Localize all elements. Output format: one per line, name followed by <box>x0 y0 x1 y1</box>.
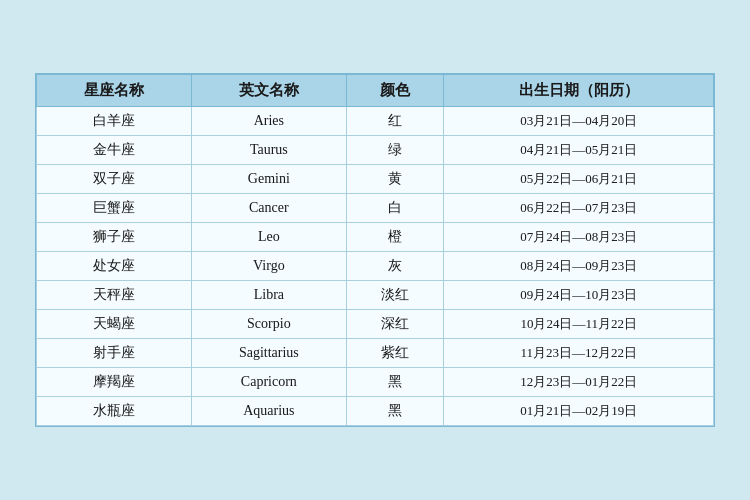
cell-color: 黑 <box>346 368 444 397</box>
cell-chinese-name: 水瓶座 <box>37 397 192 426</box>
cell-english-name: Scorpio <box>191 310 346 339</box>
table-row: 摩羯座Capricorn黑12月23日—01月22日 <box>37 368 714 397</box>
table-row: 金牛座Taurus绿04月21日—05月21日 <box>37 136 714 165</box>
table-body: 白羊座Aries红03月21日—04月20日金牛座Taurus绿04月21日—0… <box>37 107 714 426</box>
cell-color: 黄 <box>346 165 444 194</box>
cell-english-name: Sagittarius <box>191 339 346 368</box>
table-header-row: 星座名称 英文名称 颜色 出生日期（阳历） <box>37 75 714 107</box>
table-row: 天秤座Libra淡红09月24日—10月23日 <box>37 281 714 310</box>
header-color: 颜色 <box>346 75 444 107</box>
cell-dates: 07月24日—08月23日 <box>444 223 714 252</box>
table-row: 射手座Sagittarius紫红11月23日—12月22日 <box>37 339 714 368</box>
table-row: 白羊座Aries红03月21日—04月20日 <box>37 107 714 136</box>
cell-dates: 10月24日—11月22日 <box>444 310 714 339</box>
cell-chinese-name: 白羊座 <box>37 107 192 136</box>
cell-color: 淡红 <box>346 281 444 310</box>
cell-color: 灰 <box>346 252 444 281</box>
cell-english-name: Aries <box>191 107 346 136</box>
cell-dates: 05月22日—06月21日 <box>444 165 714 194</box>
cell-english-name: Virgo <box>191 252 346 281</box>
cell-english-name: Libra <box>191 281 346 310</box>
cell-chinese-name: 巨蟹座 <box>37 194 192 223</box>
table-row: 狮子座Leo橙07月24日—08月23日 <box>37 223 714 252</box>
cell-english-name: Aquarius <box>191 397 346 426</box>
header-chinese-name: 星座名称 <box>37 75 192 107</box>
cell-color: 绿 <box>346 136 444 165</box>
cell-dates: 08月24日—09月23日 <box>444 252 714 281</box>
cell-dates: 12月23日—01月22日 <box>444 368 714 397</box>
cell-chinese-name: 处女座 <box>37 252 192 281</box>
cell-dates: 01月21日—02月19日 <box>444 397 714 426</box>
table-row: 水瓶座Aquarius黑01月21日—02月19日 <box>37 397 714 426</box>
cell-dates: 11月23日—12月22日 <box>444 339 714 368</box>
cell-english-name: Capricorn <box>191 368 346 397</box>
cell-dates: 06月22日—07月23日 <box>444 194 714 223</box>
zodiac-table: 星座名称 英文名称 颜色 出生日期（阳历） 白羊座Aries红03月21日—04… <box>36 74 714 426</box>
cell-color: 紫红 <box>346 339 444 368</box>
zodiac-table-container: 星座名称 英文名称 颜色 出生日期（阳历） 白羊座Aries红03月21日—04… <box>35 73 715 427</box>
cell-color: 深红 <box>346 310 444 339</box>
cell-chinese-name: 狮子座 <box>37 223 192 252</box>
cell-chinese-name: 摩羯座 <box>37 368 192 397</box>
cell-dates: 04月21日—05月21日 <box>444 136 714 165</box>
table-row: 双子座Gemini黄05月22日—06月21日 <box>37 165 714 194</box>
cell-chinese-name: 金牛座 <box>37 136 192 165</box>
cell-color: 白 <box>346 194 444 223</box>
cell-color: 橙 <box>346 223 444 252</box>
cell-color: 黑 <box>346 397 444 426</box>
cell-chinese-name: 天蝎座 <box>37 310 192 339</box>
cell-chinese-name: 天秤座 <box>37 281 192 310</box>
table-row: 巨蟹座Cancer白06月22日—07月23日 <box>37 194 714 223</box>
table-row: 天蝎座Scorpio深红10月24日—11月22日 <box>37 310 714 339</box>
cell-english-name: Gemini <box>191 165 346 194</box>
cell-color: 红 <box>346 107 444 136</box>
header-english-name: 英文名称 <box>191 75 346 107</box>
cell-dates: 09月24日—10月23日 <box>444 281 714 310</box>
cell-chinese-name: 双子座 <box>37 165 192 194</box>
header-dates: 出生日期（阳历） <box>444 75 714 107</box>
cell-english-name: Leo <box>191 223 346 252</box>
table-row: 处女座Virgo灰08月24日—09月23日 <box>37 252 714 281</box>
cell-chinese-name: 射手座 <box>37 339 192 368</box>
cell-dates: 03月21日—04月20日 <box>444 107 714 136</box>
cell-english-name: Taurus <box>191 136 346 165</box>
cell-english-name: Cancer <box>191 194 346 223</box>
